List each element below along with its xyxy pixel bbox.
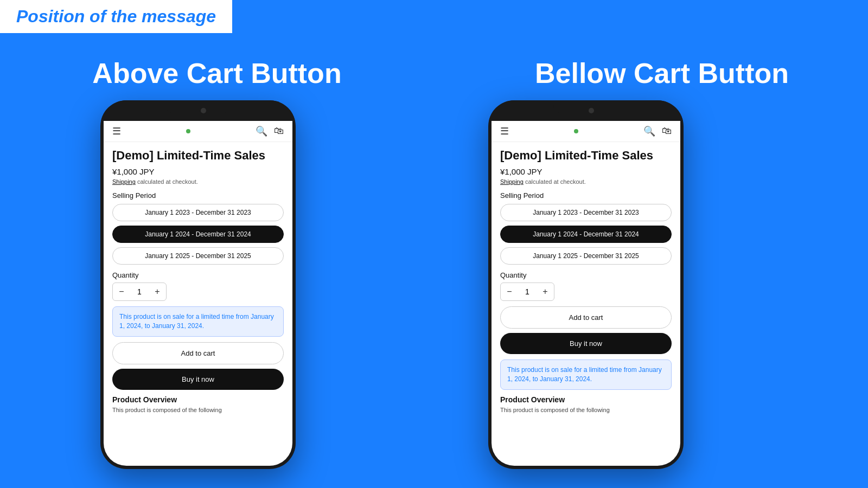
product-shipping-right: Shipping calculated at checkout. [500,178,672,185]
product-content-left: [Demo] Limited-Time Sales ¥1,000 JPY Shi… [104,142,292,421]
product-price-left: ¥1,000 JPY [112,167,284,176]
sale-message-below-right: This product is on sale for a limited ti… [500,359,672,390]
buy-now-btn-left[interactable]: Buy it now [112,369,284,390]
product-title-left: [Demo] Limited-Time Sales [112,149,284,163]
camera-dot-right [589,108,594,113]
nav-logo-left [186,129,190,133]
qty-minus-left[interactable]: − [113,283,130,300]
phone-left: ☰ 🔍 🛍 [Demo] Limited-Time Sales ¥1,000 J… [100,100,296,469]
camera-dot-left [201,108,206,113]
phone-top-bar-right [488,100,684,121]
qty-plus-left[interactable]: + [149,283,166,300]
qty-minus-right[interactable]: − [501,283,518,300]
selling-period-label-left: Selling Period [112,191,284,200]
nav-right-right: 🔍 🛍 [643,125,672,137]
overview-title-right: Product Overview [500,395,672,404]
banner-text: Position of the message [16,7,216,26]
quantity-control-right: − 1 + [500,282,554,301]
logo-dot-left [186,129,190,133]
hamburger-icon-right[interactable]: ☰ [500,125,509,137]
quantity-label-right: Quantity [500,271,672,279]
period-option-3-left[interactable]: January 1 2025 - December 31 2025 [112,247,284,265]
product-price-right: ¥1,000 JPY [500,167,672,176]
phone-screen-right: ☰ 🔍 🛍 [Demo] Limited-Time Sales ¥1,000 J… [492,121,680,466]
buy-now-btn-right[interactable]: Buy it now [500,333,672,354]
quantity-label-left: Quantity [112,271,284,279]
nav-right-left: 🔍 🛍 [256,125,284,137]
period-option-3-right[interactable]: January 1 2025 - December 31 2025 [500,247,672,265]
search-icon-left[interactable]: 🔍 [256,125,267,137]
qty-value-left: 1 [130,287,149,296]
notch-left [165,100,231,113]
search-icon-right[interactable]: 🔍 [643,125,655,137]
period-option-2-right[interactable]: January 1 2024 - December 31 2024 [500,226,672,243]
period-option-1-left[interactable]: January 1 2023 - December 31 2023 [112,204,284,221]
quantity-control-left: − 1 + [112,282,167,301]
shipping-text-left: calculated at checkout. [137,178,198,185]
phone-nav-left: ☰ 🔍 🛍 [104,121,292,142]
period-option-2-left[interactable]: January 1 2024 - December 31 2024 [112,226,284,243]
qty-plus-right[interactable]: + [537,283,554,300]
qty-value-right: 1 [518,287,537,296]
heading-above-cart: Above Cart Button [27,57,407,89]
product-shipping-left: Shipping calculated at checkout. [112,178,284,185]
add-to-cart-btn-right[interactable]: Add to cart [500,306,672,329]
selling-period-label-right: Selling Period [500,191,672,200]
shipping-text-right: calculated at checkout. [525,178,586,185]
shipping-link-left[interactable]: Shipping [112,178,136,185]
logo-dot-right [574,129,578,133]
product-content-right: [Demo] Limited-Time Sales ¥1,000 JPY Shi… [492,142,680,421]
top-banner: Position of the message [0,0,232,33]
phone-nav-right: ☰ 🔍 🛍 [492,121,680,142]
overview-text-left: This product is composed of the followin… [112,406,284,414]
phone-top-bar-left [100,100,296,121]
cart-icon-left[interactable]: 🛍 [274,125,284,137]
overview-title-left: Product Overview [112,395,284,404]
cart-icon-right[interactable]: 🛍 [662,125,672,137]
nav-logo-right [574,129,578,133]
shipping-link-right[interactable]: Shipping [500,178,524,185]
heading-bellow-cart: Bellow Cart Button [472,57,852,89]
overview-text-right: This product is composed of the followin… [500,406,672,414]
add-to-cart-btn-left[interactable]: Add to cart [112,342,284,364]
sale-message-above-left: This product is on sale for a limited ti… [112,306,284,337]
product-title-right: [Demo] Limited-Time Sales [500,149,672,163]
phone-screen-left: ☰ 🔍 🛍 [Demo] Limited-Time Sales ¥1,000 J… [104,121,292,466]
period-option-1-right[interactable]: January 1 2023 - December 31 2023 [500,204,672,221]
phone-right: ☰ 🔍 🛍 [Demo] Limited-Time Sales ¥1,000 J… [488,100,684,469]
hamburger-icon-left[interactable]: ☰ [112,125,121,137]
notch-right [553,100,618,113]
